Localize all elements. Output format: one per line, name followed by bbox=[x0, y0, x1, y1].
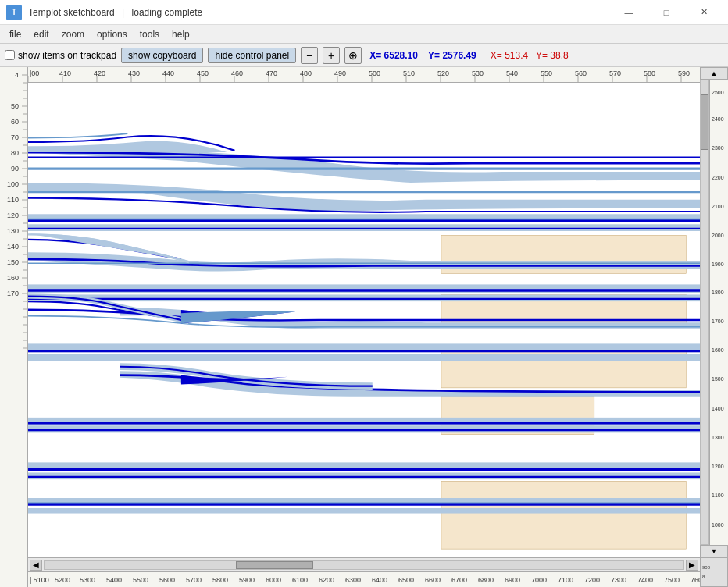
svg-text:170: 170 bbox=[7, 290, 19, 297]
svg-text:7600: 7600 bbox=[691, 576, 700, 584]
svg-text:|00: |00 bbox=[30, 69, 39, 77]
svg-text:7400: 7400 bbox=[637, 576, 653, 584]
svg-text:6500: 6500 bbox=[398, 576, 414, 584]
svg-text:1500: 1500 bbox=[712, 375, 724, 382]
svg-text:2400: 2400 bbox=[712, 116, 724, 123]
svg-text:100: 100 bbox=[7, 180, 19, 188]
svg-text:430: 430 bbox=[128, 69, 140, 77]
svg-rect-110 bbox=[28, 468, 700, 471]
coord-x2-display: X= 513.4 Y= 38.8 bbox=[491, 50, 569, 61]
svg-text:70: 70 bbox=[11, 133, 19, 141]
app-title: Templot sketchboard | loading complete bbox=[28, 7, 611, 18]
svg-text:1400: 1400 bbox=[712, 404, 724, 411]
svg-text:7100: 7100 bbox=[558, 576, 573, 584]
ruler-bottom: | 5100 5200 5300 5400 5500 5600 5700 580… bbox=[28, 571, 700, 587]
svg-text:150: 150 bbox=[7, 258, 19, 266]
titlebar: T Templot sketchboard | loading complete… bbox=[0, 0, 728, 25]
svg-text:1100: 1100 bbox=[712, 492, 724, 499]
close-button[interactable]: ✕ bbox=[686, 0, 722, 25]
svg-text:50: 50 bbox=[11, 102, 19, 110]
svg-text:520: 520 bbox=[437, 69, 449, 77]
menubar: file edit zoom options tools help bbox=[0, 25, 728, 44]
svg-text:130: 130 bbox=[7, 227, 19, 235]
svg-text:60: 60 bbox=[11, 118, 19, 126]
svg-text:5800: 5800 bbox=[212, 576, 228, 584]
svg-text:4: 4 bbox=[15, 71, 19, 79]
svg-text:80: 80 bbox=[11, 149, 19, 157]
svg-text:580: 580 bbox=[644, 69, 655, 77]
svg-text:160: 160 bbox=[7, 274, 19, 282]
window-controls: — □ ✕ bbox=[611, 0, 722, 25]
svg-text:1300: 1300 bbox=[712, 434, 724, 441]
main-area: 4 50 60 70 80 90 100 bbox=[0, 67, 728, 587]
svg-rect-104 bbox=[28, 350, 700, 352]
menu-file[interactable]: file bbox=[3, 27, 27, 41]
hscroll-thumb[interactable] bbox=[236, 561, 312, 569]
svg-text:6700: 6700 bbox=[451, 576, 467, 584]
hscroll-right-button[interactable]: ▶ bbox=[686, 560, 698, 571]
svg-text:420: 420 bbox=[94, 69, 105, 77]
vscroll-track[interactable] bbox=[700, 80, 709, 545]
svg-text:1800: 1800 bbox=[712, 288, 724, 295]
svg-text:5500: 5500 bbox=[133, 576, 148, 584]
svg-text:5300: 5300 bbox=[80, 576, 95, 584]
svg-text:6200: 6200 bbox=[319, 576, 334, 584]
svg-text:1200: 1200 bbox=[712, 463, 724, 470]
svg-text:900: 900 bbox=[702, 565, 711, 570]
vscroll-thumb[interactable] bbox=[701, 94, 708, 150]
svg-text:540: 540 bbox=[506, 69, 518, 77]
svg-text:2200: 2200 bbox=[712, 173, 724, 180]
svg-text:1000: 1000 bbox=[712, 521, 724, 528]
svg-text:570: 570 bbox=[609, 69, 621, 77]
drawing-area[interactable] bbox=[28, 83, 700, 557]
vscroll-up-button[interactable]: ▲ bbox=[700, 67, 728, 80]
svg-text:6000: 6000 bbox=[266, 576, 281, 584]
zoom-minus-button[interactable]: − bbox=[301, 47, 318, 64]
svg-text:140: 140 bbox=[7, 243, 19, 251]
svg-text:500: 500 bbox=[369, 69, 380, 77]
vscroll-down-button[interactable]: ▼ bbox=[700, 545, 728, 557]
svg-text:6400: 6400 bbox=[372, 576, 387, 584]
app-icon: T bbox=[6, 5, 22, 20]
svg-text:560: 560 bbox=[575, 69, 587, 77]
hscroll-left-button[interactable]: ◀ bbox=[30, 560, 42, 571]
svg-text:470: 470 bbox=[266, 69, 277, 77]
svg-rect-97 bbox=[441, 481, 686, 549]
svg-text:450: 450 bbox=[197, 69, 209, 77]
svg-text:440: 440 bbox=[162, 69, 174, 77]
svg-text:2500: 2500 bbox=[712, 89, 724, 96]
svg-text:6800: 6800 bbox=[478, 576, 494, 584]
coord-x-display: X= 6528.10 Y= 2576.49 bbox=[369, 50, 476, 61]
show-trackpad-checkbox[interactable] bbox=[5, 50, 15, 60]
ruler-right: 2500 2400 2300 2200 2100 2000 1900 1800 … bbox=[700, 80, 728, 545]
zoom-fit-button[interactable]: ⊕ bbox=[344, 47, 362, 64]
menu-help[interactable]: help bbox=[166, 27, 196, 41]
menu-tools[interactable]: tools bbox=[134, 27, 166, 41]
hide-panel-button[interactable]: hide control panel bbox=[208, 48, 296, 63]
svg-text:480: 480 bbox=[300, 69, 312, 77]
hscroll-track[interactable] bbox=[44, 560, 684, 570]
svg-text:510: 510 bbox=[403, 69, 415, 77]
svg-text:590: 590 bbox=[678, 69, 690, 77]
toolbar: show items on trackpad show copyboard hi… bbox=[0, 44, 728, 67]
svg-text:2300: 2300 bbox=[712, 144, 724, 151]
menu-zoom[interactable]: zoom bbox=[55, 27, 91, 41]
menu-options[interactable]: options bbox=[91, 27, 134, 41]
corner-box: 900 8 bbox=[700, 557, 728, 587]
svg-text:460: 460 bbox=[231, 69, 243, 77]
svg-text:5200: 5200 bbox=[55, 576, 70, 584]
zoom-plus-button[interactable]: + bbox=[323, 47, 340, 64]
svg-text:90: 90 bbox=[11, 165, 19, 173]
svg-text:550: 550 bbox=[541, 69, 552, 77]
show-copyboard-button[interactable]: show copyboard bbox=[121, 48, 203, 63]
canvas-wrapper: |00 410 420 430 440 450 460 470 bbox=[28, 67, 700, 587]
h-scrollbar[interactable]: ◀ ▶ bbox=[28, 557, 700, 571]
svg-text:6300: 6300 bbox=[345, 576, 361, 584]
maximize-button[interactable]: □ bbox=[648, 0, 684, 25]
svg-text:530: 530 bbox=[472, 69, 484, 77]
minimize-button[interactable]: — bbox=[611, 0, 647, 25]
menu-edit[interactable]: edit bbox=[27, 27, 55, 41]
svg-rect-114 bbox=[28, 508, 700, 514]
svg-text:5700: 5700 bbox=[186, 576, 202, 584]
svg-text:7200: 7200 bbox=[584, 576, 600, 584]
